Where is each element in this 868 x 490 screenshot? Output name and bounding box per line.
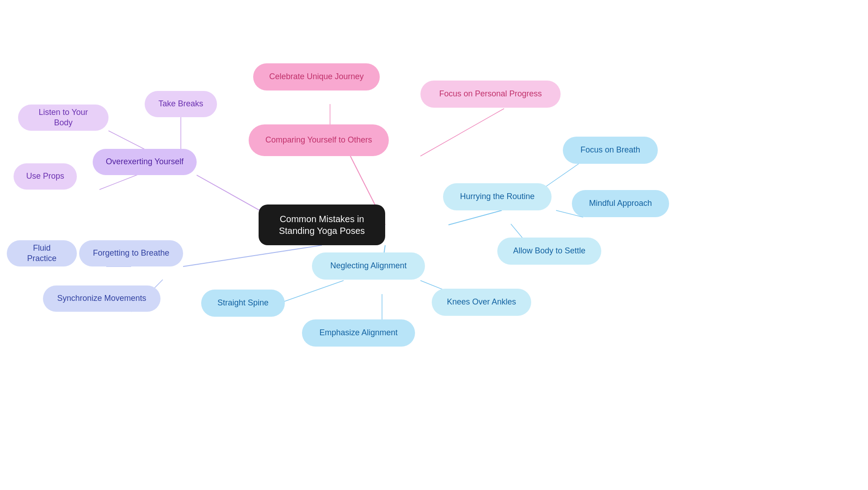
node-comparing: Comparing Yourself to Others [249,124,389,156]
node-allow-body: Allow Body to Settle [497,238,601,265]
node-fluid-practice: Fluid Practice [7,240,77,266]
svg-line-4 [183,245,322,266]
node-straight-spine: Straight Spine [201,290,285,317]
node-emphasize: Emphasize Alignment [302,319,415,347]
node-mindful: Mindful Approach [572,190,669,217]
node-overexerting: Overexerting Yourself [93,149,197,175]
node-synchronize: Synchronize Movements [43,285,160,312]
node-focus-breath: Focus on Breath [563,137,658,164]
node-forgetting-breathe: Forgetting to Breathe [79,240,183,266]
center-node: Common Mistakes in Standing Yoga Poses [259,205,385,245]
mindmap-container: Common Mistakes in Standing Yoga Poses O… [0,0,868,490]
svg-line-10 [448,210,502,225]
node-neglecting: Neglecting Alignment [312,252,425,280]
node-celebrate: Celebrate Unique Journey [253,63,380,90]
node-knees: Knees Over Ankles [432,289,531,316]
node-use-props: Use Props [14,163,77,190]
node-take-breaks: Take Breaks [145,91,217,117]
svg-line-9 [420,109,504,156]
node-focus-progress: Focus on Personal Progress [420,81,561,108]
svg-line-15 [279,281,344,303]
node-hurrying: Hurrying the Routine [443,183,552,210]
node-listen: Listen to Your Body [18,105,108,131]
